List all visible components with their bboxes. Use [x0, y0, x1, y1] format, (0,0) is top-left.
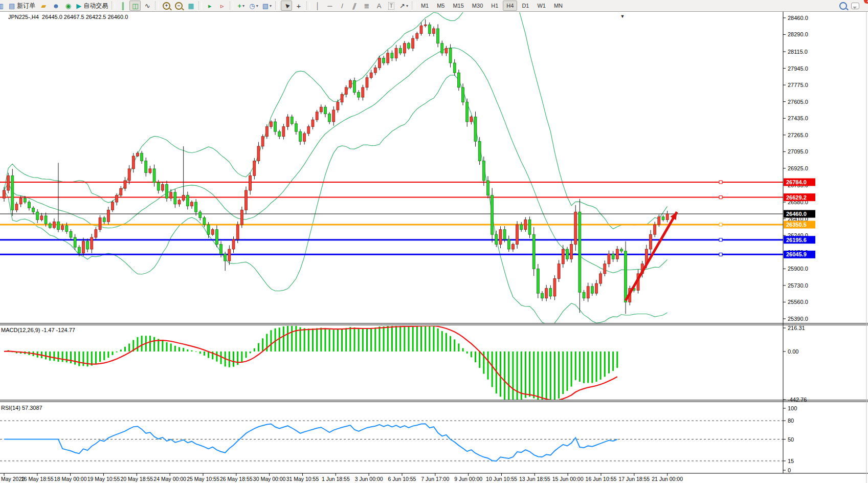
cursor-button[interactable]: ► — [281, 1, 292, 11]
price-tag-label: 26629.2 — [786, 194, 807, 201]
candle — [553, 278, 556, 296]
zoom-in-button[interactable]: + — [161, 1, 172, 11]
candle — [157, 183, 160, 190]
candle — [462, 87, 464, 102]
candle — [658, 217, 660, 225]
tf-d1-button[interactable]: D1 — [518, 1, 532, 11]
navigator-button[interactable]: ☻ — [50, 1, 61, 11]
candle — [220, 244, 222, 254]
line-handle[interactable] — [719, 223, 722, 226]
price-tick-label: 26925.0 — [788, 165, 808, 171]
crosshair-button[interactable]: + — [293, 1, 304, 11]
candle — [291, 117, 293, 123]
trendline-button[interactable]: / — [337, 1, 348, 11]
candle — [116, 195, 118, 202]
vline-button[interactable]: │ — [312, 1, 323, 11]
price-tag-label: 26460.0 — [786, 211, 807, 217]
candle — [124, 181, 126, 188]
arrows-button[interactable]: ↗▾ — [398, 1, 410, 11]
text-label-icon: T — [388, 2, 395, 10]
market-watch-button[interactable]: ▰ — [38, 1, 49, 11]
candle — [478, 141, 481, 161]
tf-h4-button[interactable]: H4 — [503, 1, 517, 11]
candle — [57, 222, 60, 229]
candle — [566, 249, 568, 259]
toolbar-separator — [412, 2, 415, 10]
search-button[interactable] — [837, 1, 849, 11]
candle — [337, 102, 339, 110]
candle — [36, 212, 39, 219]
candle — [128, 169, 130, 181]
candle — [136, 153, 139, 156]
periods-button[interactable]: ◷▾ — [248, 1, 259, 11]
rsi-indicator-label: RSI(14) 57.3087 — [1, 405, 42, 411]
candle — [349, 80, 351, 87]
candle — [591, 287, 593, 293]
candle — [232, 239, 235, 249]
candle — [170, 192, 172, 198]
line-handle[interactable] — [719, 196, 722, 199]
line-chart-button[interactable]: ∿ — [142, 1, 153, 11]
tf-m30-button[interactable]: M30 — [469, 1, 486, 11]
text-label-button[interactable]: T — [386, 1, 397, 11]
candle — [474, 117, 477, 141]
candle — [482, 161, 485, 181]
date-tick-label: 1 Jun 18:55 — [322, 476, 350, 482]
candle — [428, 25, 431, 33]
candle — [228, 249, 231, 261]
search-icon — [839, 2, 847, 10]
chart-area[interactable]: ▼28460.028290.028115.027945.027775.02760… — [0, 12, 868, 483]
autotrade-button[interactable]: ▶ 自动交易 — [75, 1, 109, 11]
candle — [437, 29, 439, 43]
indicators-button[interactable]: +▾ — [235, 1, 247, 11]
candle — [562, 249, 564, 264]
line-handle[interactable] — [719, 238, 722, 242]
line-handle[interactable] — [719, 253, 722, 256]
candle — [486, 181, 489, 195]
date-tick-label: 15 Jun 00:00 — [552, 476, 584, 482]
candle — [470, 117, 473, 122]
candle — [7, 175, 10, 190]
tf-h1-button[interactable]: H1 — [487, 1, 502, 11]
bar-chart-icon: ║ — [121, 3, 125, 9]
candle — [195, 202, 197, 212]
text-button[interactable]: A — [373, 1, 385, 11]
chat-button[interactable]: 1 — [850, 1, 861, 11]
tf-mn-button[interactable]: MN — [550, 1, 566, 11]
new-order-button[interactable]: ▤ 新订单 — [7, 1, 37, 11]
zoom-out-icon: − — [175, 2, 183, 10]
chevron-down-icon: ▾ — [242, 4, 244, 8]
candle — [432, 29, 435, 34]
candle — [153, 169, 155, 183]
price-tick-label: 28115.0 — [788, 49, 808, 55]
notification-badge: 1 — [864, 0, 868, 4]
broadcast-button[interactable]: ◉ — [62, 1, 74, 11]
hline-button[interactable]: ─ — [324, 1, 336, 11]
candle — [199, 212, 202, 217]
candle — [466, 102, 469, 122]
line-chart-icon: ∿ — [145, 3, 150, 9]
fibonacci-button[interactable]: ≣ — [361, 1, 372, 11]
candle — [328, 114, 331, 122]
price-tick-label: 27435.0 — [788, 115, 808, 121]
price-chart-svg[interactable]: ▼28460.028290.028115.027945.027775.02760… — [0, 12, 868, 483]
templates-button[interactable]: ▧▾ — [261, 1, 273, 11]
channel-button[interactable]: ∥ — [349, 1, 360, 11]
date-tick-label: 31 May 10:55 — [286, 476, 319, 482]
zoom-out-button[interactable]: − — [173, 1, 184, 11]
tf-m15-button[interactable]: M15 — [449, 1, 467, 11]
candle — [453, 63, 456, 73]
candle — [303, 134, 306, 141]
tf-m5-button[interactable]: M5 — [433, 1, 448, 11]
bar-chart-button[interactable]: ║ — [117, 1, 128, 11]
autoscroll-button[interactable]: ▸ — [204, 1, 215, 11]
line-handle[interactable] — [719, 181, 722, 184]
candle — [15, 204, 18, 210]
tile-windows-button[interactable]: ▦ — [185, 1, 196, 11]
tf-m1-button[interactable]: M1 — [417, 1, 432, 11]
tf-w1-button[interactable]: W1 — [533, 1, 549, 11]
chart-shift-button[interactable]: ▹ — [216, 1, 228, 11]
candlestick-chart-button[interactable]: ◫ — [129, 1, 141, 11]
shift-marker-icon[interactable]: ▼ — [620, 14, 625, 19]
new-chart-button[interactable]: ▥ — [0, 1, 6, 11]
